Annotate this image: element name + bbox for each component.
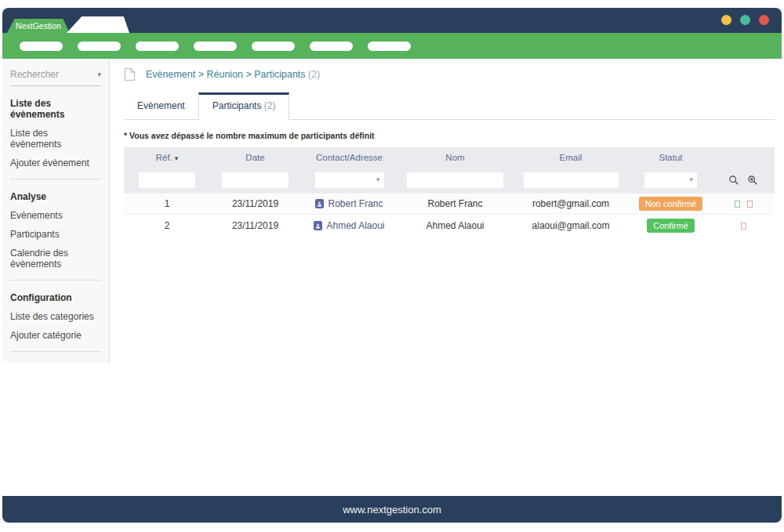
nav-pill[interactable]: [252, 42, 295, 51]
status-badge: Non confirmé: [639, 197, 702, 211]
max-participants-warning: * Vous avez dépassé le nombre maximum de…: [124, 131, 782, 140]
nav-pill[interactable]: [368, 42, 411, 51]
breadcrumb-path: Evènement > Réunion > Participants (2): [146, 69, 320, 80]
nav-pill[interactable]: [78, 42, 121, 51]
table-row: 2 23/11/2019 Ahmed Alaoui Ahmed Alaoui: [124, 215, 775, 237]
main-navbar: [2, 33, 782, 59]
app-window: NextGestion Rechercher: [2, 8, 782, 523]
cell-nom: Robert Franc: [398, 198, 512, 209]
column-header-statut[interactable]: Statut: [630, 153, 712, 162]
sidebar-search-label: Rechercher: [10, 69, 59, 80]
cell-ref: 1: [124, 198, 210, 209]
sidebar-section-title-configuration: Configuration: [10, 292, 101, 303]
sidebar-section-title-events: Liste des évènements: [10, 98, 101, 120]
column-header-ref[interactable]: Réf.▾: [124, 153, 210, 162]
minimize-dot-icon[interactable]: [721, 15, 731, 25]
filter-date-input[interactable]: [222, 172, 289, 188]
close-dot-icon[interactable]: [759, 15, 769, 25]
page-icon: [124, 67, 136, 81]
tab-participants[interactable]: Participants (2): [198, 92, 290, 120]
search-icon[interactable]: [728, 175, 739, 186]
clear-search-icon[interactable]: [747, 175, 758, 186]
filter-contact-select[interactable]: ▾: [315, 172, 384, 188]
tab-evenement[interactable]: Evènement: [124, 93, 198, 119]
content-area: Rechercher ▾ Liste des évènements Liste …: [2, 59, 782, 496]
main-panel: Evènement > Réunion > Participants (2) E…: [110, 59, 782, 496]
table-header-row: Réf.▾ Date Contact/Adresse Nom Email Sta…: [124, 147, 775, 167]
breadcrumb-count: (2): [308, 69, 320, 80]
filter-ref-input[interactable]: [139, 172, 195, 188]
confirm-action-icon[interactable]: [735, 201, 740, 208]
cell-nom: Ahmed Alaoui: [398, 220, 512, 231]
sidebar-item-evenements[interactable]: Evènements: [10, 210, 101, 221]
maximize-dot-icon[interactable]: [740, 15, 750, 25]
sidebar-item-ajouter-categorie[interactable]: Ajouter catégorie: [10, 330, 101, 341]
nav-pill[interactable]: [194, 42, 237, 51]
sidebar-item-liste-categories[interactable]: Liste des categories: [10, 311, 101, 322]
sidebar-item-ajouter-evenement[interactable]: Ajouter évènement: [10, 157, 101, 168]
participants-table: Réf.▾ Date Contact/Adresse Nom Email Sta…: [124, 147, 775, 237]
sidebar-section-title-analyse: Analyse: [10, 191, 101, 202]
sort-caret-icon: ▾: [175, 154, 179, 162]
sidebar-panel: Rechercher ▾ Liste des évènements Liste …: [2, 59, 110, 363]
filter-statut-select[interactable]: ▾: [644, 172, 697, 188]
filter-nom-input[interactable]: [407, 172, 503, 188]
footer-url: www.nextgestion.com: [343, 504, 441, 516]
nav-pill[interactable]: [310, 42, 353, 51]
table-filter-row: ▾ ▾: [124, 167, 775, 193]
chevron-down-icon: ▾: [376, 176, 380, 183]
divider: [10, 351, 101, 352]
nav-pill[interactable]: [20, 42, 63, 51]
title-bar: NextGestion: [2, 8, 782, 33]
cell-date: 23/11/2019: [210, 220, 300, 231]
sidebar-item-participants[interactable]: Participants: [10, 229, 101, 240]
sidebar-item-liste-evenements[interactable]: Liste des évènements: [10, 128, 101, 150]
status-badge: Confirmé: [647, 219, 695, 233]
footer-bar: www.nextgestion.com: [2, 496, 782, 523]
table-row: 1 23/11/2019 Robert Franc Robert Franc: [124, 193, 775, 215]
contact-card-icon: [314, 221, 322, 230]
contact-link[interactable]: Ahmed Alaoui: [314, 220, 384, 231]
page: NextGestion Rechercher: [0, 0, 784, 532]
delete-action-icon[interactable]: [741, 223, 746, 230]
sidebar-search-select[interactable]: Rechercher ▾: [10, 69, 101, 86]
sidebar: Rechercher ▾ Liste des évènements Liste …: [2, 59, 110, 496]
tab-participants-count: (2): [264, 100, 276, 111]
chevron-down-icon: ▾: [689, 176, 693, 183]
divider: [10, 280, 101, 280]
column-header-date[interactable]: Date: [210, 153, 300, 162]
brand-tab[interactable]: NextGestion: [7, 19, 70, 33]
sidebar-item-calendrier[interactable]: Calendrie des évènements: [10, 248, 101, 270]
tab-bar: Evènement Participants (2): [124, 92, 775, 120]
column-header-nom[interactable]: Nom: [398, 153, 512, 162]
filter-email-input[interactable]: [524, 172, 619, 188]
contact-card-icon: [315, 199, 324, 208]
divider: [10, 179, 101, 179]
window-controls: [721, 15, 769, 25]
cell-email: alaoui@gmail.com: [512, 220, 630, 231]
cell-email: robert@gmail.com: [512, 198, 630, 209]
breadcrumb: Evènement > Réunion > Participants (2): [124, 66, 782, 83]
contact-link[interactable]: Robert Franc: [315, 198, 383, 209]
nav-pill[interactable]: [136, 42, 179, 51]
cell-ref: 2: [124, 220, 210, 231]
cell-date: 23/11/2019: [210, 198, 300, 209]
column-header-contact[interactable]: Contact/Adresse: [300, 153, 398, 162]
blank-tab[interactable]: [67, 16, 129, 33]
column-header-email[interactable]: Email: [512, 153, 630, 162]
chevron-down-icon: ▾: [97, 71, 101, 78]
delete-action-icon[interactable]: [747, 201, 753, 208]
